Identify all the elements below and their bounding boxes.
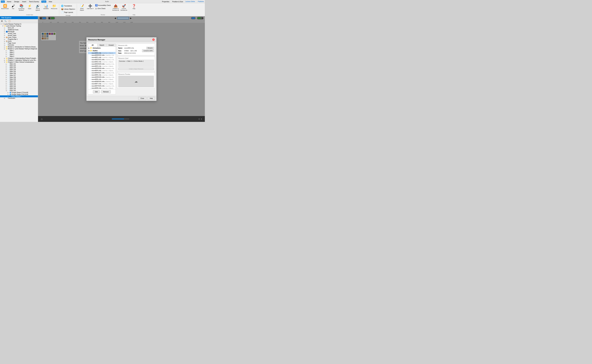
expand-btn3_exit[interactable]: ▷: [4, 27, 6, 29]
notes-report-button[interactable]: 📝 Notes Report: [78, 4, 86, 12]
add-note-button[interactable]: ➕ Add Note ▾: [86, 4, 94, 10]
expand-slide138[interactable]: ▷: [6, 77, 7, 78]
expand-slide144[interactable]: ▷: [6, 88, 7, 90]
menu-insert[interactable]: Insert: [21, 0, 27, 3]
tree-item-slide144[interactable]: ▷ 📄 Slide 144: [0, 88, 38, 90]
audio-item-sound001[interactable]: ♪ sound001.m4a (Used by 1 Object(...: [88, 56, 116, 58]
tree-item-module1[interactable]: ▷ 📁 Module 1: Introduction to Tickborne …: [0, 46, 38, 48]
tree-item-slide136[interactable]: ▷ 📄 Slide 136: [0, 72, 38, 74]
sidebar-btn-1[interactable]: ⊞: [0, 20, 3, 22]
close-button[interactable]: Close: [138, 97, 146, 100]
audio-item-sound000[interactable]: ♪ sound000.m4a (Used by 1 Object(...: [88, 52, 116, 54]
sidebar-btn-3[interactable]: 📋: [8, 20, 11, 22]
audio-item-sound0025329[interactable]: ♪ sound0025329.m4a (Used by 0 Ob...: [88, 63, 116, 65]
expand-lyme_training[interactable]: ▽: [2, 25, 4, 27]
menu-view[interactable]: View: [48, 0, 53, 3]
expand-gshape1774[interactable]: ▷: [8, 92, 9, 93]
tree-item-slide4[interactable]: ▷ 📄 Slide 4: [0, 55, 38, 57]
variables-button[interactable]: 📊 Variables: [42, 4, 50, 10]
tree-item-page_count[interactable]: ▷ 📄 Page Count: [0, 42, 38, 44]
audio-item-sound002[interactable]: ♪ sound002.m4a (Used by 1 Object(...: [88, 61, 116, 63]
expand-progress_bar[interactable]: ▷: [4, 39, 6, 40]
expand-slide140[interactable]: ▷: [6, 80, 7, 82]
expand-slide133[interactable]: ▷: [6, 67, 7, 69]
tree-item-slide141[interactable]: ▷ 📄 Slide 141: [0, 82, 38, 84]
expand-slide137[interactable]: ▷: [6, 75, 7, 76]
tts-button[interactable]: 🔊 Text to Speech: [34, 4, 42, 12]
help-button[interactable]: ❓ Help: [130, 4, 138, 10]
menu-position-size[interactable]: Position & Size: [172, 0, 184, 3]
branchtrack-button[interactable]: 🔀 BranchTrack: [1, 4, 9, 10]
tree-item-arrow2_next[interactable]: ▷ 📄 arrow2_next: [0, 33, 38, 34]
resources-button[interactable]: 📁 Resources: [50, 4, 58, 10]
tree-item-additional_fonts[interactable]: ▷ 📄 Additional Fonts: [0, 29, 38, 31]
tree-item-progress_bar[interactable]: ▷ 📄 Progress Bar 1: [0, 38, 38, 40]
accessibility-check-button[interactable]: ♿ Accessibility Check: [95, 4, 111, 7]
expand-slide143[interactable]: ▷: [6, 86, 7, 88]
tree-item-slide139[interactable]: ▷ 📄 Slide 139: [0, 78, 38, 80]
tree-item-module2[interactable]: ▷ 📁 Module 2: Lyme Disease Testing & Dia…: [0, 48, 38, 50]
tab-all[interactable]: All: [88, 44, 97, 46]
tree-item-lyme_v1[interactable]: ▽ 📋 Lyme Disease Training V1: [0, 23, 38, 25]
library-objects-button[interactable]: 📦 Library Objects ▾: [60, 8, 76, 11]
tree-item-overview[interactable]: ▷ 📄 Overview: [0, 44, 38, 46]
audio-item-sound004[interactable]: ♪ sound004.m4a (Used by 1 Object(...: [88, 70, 116, 72]
tree-item-rectangle[interactable]: ▷ 🟦 Rectangle: [0, 31, 38, 33]
modal-close-button[interactable]: ✕: [152, 39, 155, 41]
expand-slide2[interactable]: ▷: [6, 52, 7, 53]
tree-item-lyme_training[interactable]: ▽ 📁 Lyme Disease Training: [0, 25, 38, 27]
audio-item-sound0005332[interactable]: ♪ sound0005332.m4a (Used by 1 Ob...: [88, 54, 116, 56]
tree-item-online_media1[interactable]: ▷ 🎵 Online Media 1: [0, 95, 38, 97]
tree-item-home[interactable]: ▷ 🏠 home: [0, 40, 38, 42]
remove-button[interactable]: Remove: [101, 90, 111, 93]
menu-tools[interactable]: Tools: [41, 0, 46, 3]
tree-item-slide134[interactable]: ▷ 📄 Slide 134: [0, 69, 38, 71]
expand-chap2[interactable]: ▷: [4, 59, 6, 61]
expand-module2[interactable]: ▷: [4, 48, 6, 50]
tree-item-slide145[interactable]: ▽ 📄 Slide 145: [0, 90, 38, 91]
tree-item-chap1[interactable]: ▷ 📁 Chapter 1: Understanding Pretest Pro…: [0, 57, 38, 59]
animations-section[interactable]: ▷ 📁 Animations: [88, 47, 116, 49]
tree-item-btn3_exit[interactable]: ▷ 📄 btn3_exit: [0, 27, 38, 29]
audio-item-sound005[interactable]: ♪ sound005.m4a (Used by 1 Object(...: [88, 74, 116, 76]
create-unique-button[interactable]: Create Unique Resource: [118, 68, 154, 70]
expand-slide1[interactable]: ▷: [6, 50, 7, 52]
audio-item-sound008[interactable]: ♪ sound008.m4a (Used by 1 Object(...: [88, 87, 116, 89]
tree-item-slide135[interactable]: ▷ 📄 Slide 135: [0, 71, 38, 72]
expand-slide131[interactable]: ▷: [6, 63, 7, 65]
page-layouts-button[interactable]: 📄 Page Layouts: [60, 11, 76, 14]
audio-item-sound006[interactable]: ♪ sound006.m4a (Used by 1 Object(...: [88, 78, 116, 80]
audio-item-sound0075325[interactable]: ♪ sound0075325.m4a (Used by 1 Ob...: [88, 85, 116, 87]
audio-item-sound007[interactable]: ♪ sound007.m4a (Used by 1 Object(...: [88, 83, 116, 85]
rename-button[interactable]: Rename: [146, 47, 154, 49]
upload-icon[interactable]: ☁: [135, 80, 138, 83]
expand-slide141[interactable]: ▷: [6, 82, 7, 84]
expand-slide4[interactable]: ▷: [6, 56, 7, 57]
tree-item-slide133[interactable]: ▷ 📄 Slide 133: [0, 67, 38, 69]
expand-slide136[interactable]: ▷: [6, 73, 7, 74]
tree-item-slide3[interactable]: ▷ 📄 Slide 3: [0, 53, 38, 55]
expand-page_count[interactable]: ▷: [4, 42, 6, 44]
audios-section[interactable]: ▽ 📁 Audios: [88, 49, 116, 52]
audio-item-sound0015331[interactable]: ♪ sound0015331.m4a (Used by 1 Ob...: [88, 58, 116, 61]
expand-slide135[interactable]: ▷: [6, 71, 7, 72]
tree-item-slide131[interactable]: ▷ 📄 Slide 131: [0, 63, 38, 65]
expand-module1[interactable]: ▷: [4, 46, 6, 48]
error-check-button[interactable]: ⚠ Error Check: [95, 7, 111, 10]
lectora-online-link[interactable]: Lectora Online: [185, 1, 195, 2]
sidebar-btn-2[interactable]: 🔍: [4, 20, 7, 22]
publisher-link[interactable]: Publisher: [198, 1, 204, 2]
expand-arrow2_back[interactable]: ▷: [4, 35, 6, 36]
audio-item-sound0045327[interactable]: ♪ sound0045327.m4a (Used by 0 Ob...: [88, 72, 116, 74]
audio-item-sound003[interactable]: ♪ sound003.m4a (Used by 1 Object(...: [88, 65, 116, 67]
tree-item-slide132[interactable]: ▷ 📄 Slide 132: [0, 65, 38, 67]
edit-button[interactable]: Edit: [93, 90, 100, 93]
menu-properties[interactable]: Properties: [161, 0, 170, 3]
tree-item-gshape1781[interactable]: ▷ 🔷 Google Shape;1781;p148: [0, 93, 38, 95]
tree-item-chap3[interactable]: ▽ 📁 Chapter 3: Other Clinical Considerat…: [0, 61, 38, 63]
expand-gshape1781[interactable]: ▷: [8, 94, 9, 95]
tree-item-slide140[interactable]: ▷ 📄 Slide 140: [0, 80, 38, 82]
vaast-button[interactable]: ⚡ Vaast: [26, 4, 33, 10]
tree-item-conclusion[interactable]: ▷ 📄 Conclusion: [0, 97, 38, 99]
audio-item-sound0055328[interactable]: ♪ sound0055328.m4a (Used by 1 Ob...: [88, 76, 116, 78]
